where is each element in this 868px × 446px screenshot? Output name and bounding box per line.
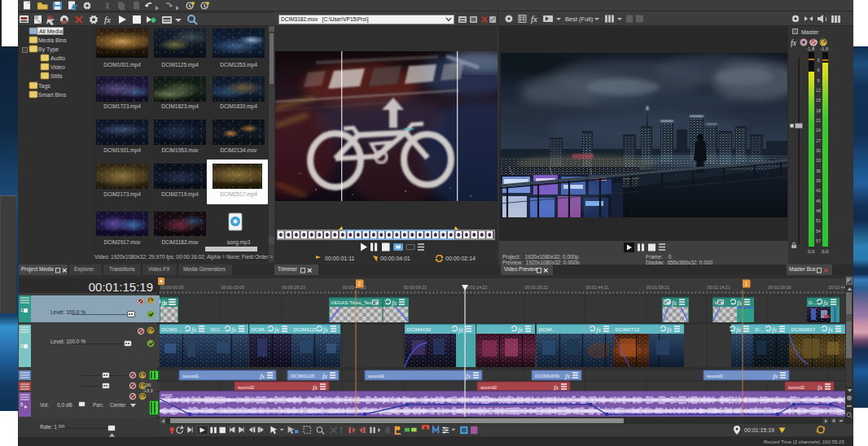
- svg-text:24: 24: [816, 128, 821, 133]
- svg-text:9: 9: [817, 78, 819, 83]
- svg-text:33: 33: [816, 158, 821, 163]
- svg-text:3: 3: [817, 58, 819, 63]
- svg-text:00:01:29:22: 00:01:29:22: [525, 285, 548, 290]
- svg-text:15: 15: [816, 98, 821, 103]
- svg-text:1: 1: [745, 281, 748, 286]
- svg-text:27: 27: [816, 138, 821, 143]
- svg-text:42: 42: [816, 188, 821, 193]
- svg-text:fx: fx: [791, 39, 797, 47]
- svg-text:DCIM2817: DCIM2817: [791, 326, 816, 332]
- svg-text:39: 39: [816, 178, 821, 183]
- svg-text:song: song: [161, 392, 172, 397]
- svg-text:2: 2: [358, 281, 362, 286]
- svg-text:sound1: sound1: [707, 373, 724, 378]
- svg-text:30: 30: [816, 148, 821, 153]
- svg-text:00:01:59:21: 00:01:59:21: [647, 285, 669, 290]
- svg-text:00:01:44:21: 00:01:44:21: [585, 285, 608, 290]
- svg-text:VEGAS Titles_Text ..: VEGAS Titles_Text ..: [331, 300, 378, 305]
- svg-text:Best (Full): Best (Full): [565, 15, 594, 23]
- svg-text:36: 36: [816, 168, 821, 173]
- svg-text:45: 45: [816, 199, 821, 203]
- svg-text:DCIM1839: DCIM1839: [535, 373, 559, 378]
- svg-text:12: 12: [816, 88, 821, 93]
- svg-text:00:02:44:2: 00:02:44:2: [829, 285, 845, 290]
- svg-text:51: 51: [816, 218, 821, 223]
- svg-text:54: 54: [816, 229, 821, 234]
- svg-text:21: 21: [816, 118, 821, 123]
- svg-text:sound2: sound2: [788, 384, 805, 390]
- svg-text:sound2: sound2: [238, 384, 255, 390]
- svg-text:DCI...: DCI...: [211, 326, 224, 332]
- svg-text:00:00:59:23: 00:00:59:23: [403, 285, 426, 290]
- svg-text:DCIM1125: DCIM1125: [291, 373, 315, 378]
- svg-text:6: 6: [817, 68, 819, 72]
- svg-text:DCIM2712: DCIM2712: [616, 326, 640, 332]
- svg-text:D...: D...: [756, 326, 764, 332]
- svg-text:DCIM1...: DCIM1...: [162, 326, 182, 332]
- svg-text:sound2: sound2: [480, 384, 498, 390]
- svg-text:DCIM4192: DCIM4192: [407, 326, 432, 332]
- svg-text:DCIM...: DCIM...: [252, 326, 269, 332]
- svg-text:18: 18: [816, 108, 821, 113]
- svg-text:DCIM...: DCIM...: [539, 326, 556, 332]
- svg-text:fx: fx: [104, 15, 111, 24]
- svg-text:fx: fx: [531, 14, 537, 24]
- svg-text:DCIM1125: DCIM1125: [294, 326, 318, 332]
- svg-text:00:02:29:20: 00:02:29:20: [768, 285, 791, 290]
- svg-text:00:00:15:00: 00:00:15:00: [221, 285, 244, 290]
- svg-text:D...: D...: [809, 300, 817, 305]
- svg-text:57: 57: [816, 238, 821, 243]
- svg-text:48: 48: [816, 208, 821, 213]
- svg-text:sound1: sound1: [368, 373, 385, 378]
- svg-text:00:02:14:21: 00:02:14:21: [707, 285, 730, 290]
- svg-text:00:00:29:23: 00:00:29:23: [282, 285, 305, 290]
- svg-text:sound1: sound1: [182, 373, 199, 378]
